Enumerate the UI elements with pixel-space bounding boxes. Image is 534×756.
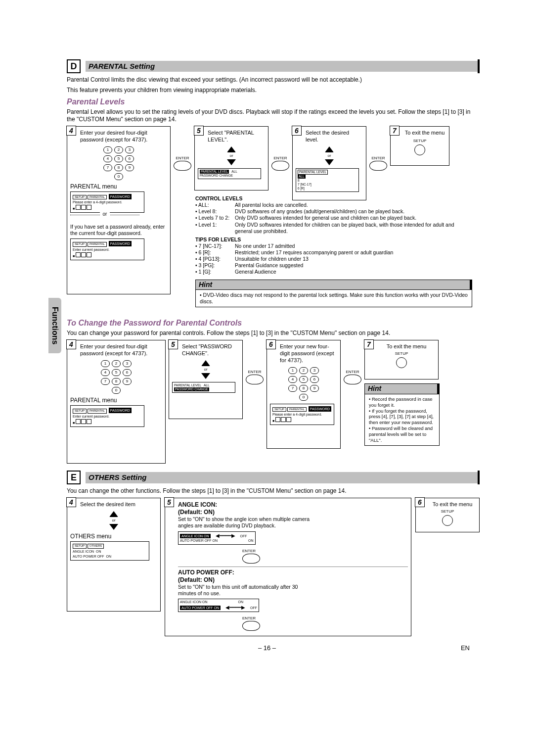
- step-number: 6: [266, 339, 276, 349]
- control-levels-title: CONTROL LEVELS: [195, 195, 242, 201]
- menu-label: OTHERS menu: [70, 533, 157, 540]
- others-step6-text: To exit the menu: [429, 501, 476, 508]
- menu-label: PARENTAL menu: [70, 183, 167, 190]
- step-number: 5: [194, 126, 204, 136]
- step-number: 4: [66, 339, 76, 349]
- step-4-alt: If you have set a password already, ente…: [70, 224, 167, 236]
- up-down-icon: or: [296, 146, 363, 165]
- step-5-text: Select "PARENTAL LEVEL".: [208, 130, 265, 143]
- osd-pw-current: SETUPPARENTAL PASSWORD Enter current pas…: [70, 405, 144, 427]
- step-4-box: 4 Enter your desired four-digit password…: [67, 126, 171, 294]
- or-divider: or: [70, 215, 139, 222]
- enter-button-icon: ENTER: [271, 156, 289, 171]
- hint-body-2: • Record the password in case you forget…: [365, 394, 439, 445]
- osd-pw-change-select: PARENTAL LEVEL ALL PASSWORD CHANGE: [172, 382, 235, 393]
- section-d-header: D PARENTAL Setting: [67, 59, 480, 73]
- subheading-parental-levels: Parental Levels: [67, 97, 480, 107]
- pw-step-7-col: 7 To exit the menu SETUP Hint • Record t…: [364, 340, 444, 446]
- keypad-icon: 123 456 789 0: [270, 367, 337, 401]
- section-title-d: PARENTAL Setting: [86, 61, 478, 72]
- up-down-icon: or: [172, 360, 239, 379]
- step-6-box: 6 Select the desired level. or PARENTAL …: [292, 126, 366, 200]
- angle-icon-default: (Default: ON): [178, 509, 215, 516]
- pw-step-4-box: 4 Enter your desired four-digit password…: [67, 340, 166, 464]
- up-down-icon: or: [70, 511, 157, 530]
- apo-heading: AUTO POWER OFF:: [178, 569, 234, 576]
- enter-button-icon: ENTER: [369, 156, 387, 171]
- pw-step-5-text: Select "PASSWORD CHANGE".: [182, 343, 239, 357]
- intro-text: Parental Control limits the disc viewing…: [67, 76, 480, 84]
- levels-intro: Parental Level allows you to set the rat…: [67, 108, 480, 123]
- enter-button-icon: ENTER: [344, 370, 361, 384]
- osd-pw-enter-new: SETUPPARENTAL PASSWORD Please enter a 4-…: [270, 404, 334, 425]
- others-step4-box: 4 Select the desired item or OTHERS menu…: [67, 498, 161, 612]
- section-letter-d: D: [67, 59, 81, 73]
- enter-button-icon: ENTER: [242, 549, 408, 564]
- up-down-icon: or: [198, 146, 265, 165]
- pw-step-6-box: 6 Enter your new four-digit password (ex…: [267, 340, 341, 449]
- step-5-box: 5 Select "PARENTAL LEVEL". or PARENTAL L…: [194, 126, 268, 190]
- angle-icon-heading: ANGLE ICON:: [178, 501, 217, 508]
- step-number: 5: [168, 339, 178, 349]
- page: Functions D PARENTAL Setting Parental Co…: [0, 0, 534, 756]
- step-7-text: To exit the menu: [403, 130, 446, 137]
- menu-label: PARENTAL menu: [70, 397, 162, 404]
- section-letter-e: E: [67, 471, 81, 484]
- hint-body: • DVD-Video discs may not respond to the…: [196, 290, 472, 307]
- hint-heading: Hint: [196, 280, 472, 290]
- osd-level-select: PARENTAL LEVEL ALL PASSWORD CHANGE: [198, 168, 261, 179]
- enter-button-icon: ENTER: [174, 156, 191, 171]
- step-number: 5: [164, 497, 174, 507]
- apo-table: ANGLE ICON ON ON AUTO POWER OFF ON ◀━━━━…: [178, 599, 259, 612]
- osd-parental-current: SETUPPARENTAL PASSWORD Enter current pas…: [70, 238, 144, 260]
- others-step6-box: 6 To exit the menu SETUP: [415, 498, 480, 532]
- hint-box-2: Hint • Record the password in case you f…: [364, 383, 440, 446]
- pw-intro: You can change your password for parenta…: [67, 330, 480, 337]
- osd-others: SETUPOTHERS ANGLE ICON ON AUTO POWER OFF…: [70, 541, 149, 561]
- enter-button-icon: ENTER: [242, 616, 408, 631]
- step-number: 4: [66, 126, 76, 136]
- page-number: – 16 –: [0, 644, 534, 652]
- angle-icon-desc: Set to "ON" to show the angle icon when …: [178, 516, 316, 529]
- others-step5-box: 5 ANGLE ICON: (Default: ON) Set to "ON" …: [165, 498, 411, 636]
- osd-parental-enter: SETUPPARENTAL PASSWORD Please enter a 4-…: [70, 191, 144, 213]
- step-number: 4: [66, 497, 76, 507]
- pw-step-7-text: To exit the menu: [378, 343, 435, 350]
- intro-text2: This feature prevents your children from…: [67, 87, 480, 94]
- pw-step-6-text: Enter your new four-digit password (exce…: [280, 343, 337, 364]
- setup-button-icon: SETUP: [419, 509, 476, 526]
- step-4-text: Enter your desired four-digit password (…: [80, 130, 167, 143]
- pw-step-7-box: 7 To exit the menu SETUP: [364, 340, 439, 379]
- step-number: 7: [390, 126, 400, 136]
- section-title-e: OTHERS Setting: [86, 472, 478, 483]
- step-number: 6: [415, 497, 425, 507]
- setup-button-icon: SETUP: [368, 351, 435, 368]
- pw-step-5-box: 5 Select "PASSWORD CHANGE". or PARENTAL …: [169, 340, 243, 419]
- others-flow: 4 Select the desired item or OTHERS menu…: [67, 498, 480, 636]
- keypad-icon: 123 456 789 0: [70, 360, 162, 394]
- others-intro: You can change the other functions. Foll…: [67, 487, 480, 495]
- apo-desc: Set to "ON" to turn this unit off automa…: [178, 584, 316, 597]
- step-6-text: Select the desired level.: [306, 130, 363, 143]
- side-tab-functions: Functions: [48, 298, 61, 353]
- enter-button-icon: ENTER: [246, 370, 264, 384]
- hint-box: Hint • DVD-Video discs may not respond t…: [195, 280, 472, 308]
- tips-for-levels-title: TIPS FOR LEVELS: [195, 236, 472, 243]
- apo-default: (Default: ON): [178, 576, 215, 583]
- step-7-box: 7 To exit the menu SETUP: [390, 126, 449, 166]
- section-e-header: E OTHERS Setting: [67, 471, 480, 484]
- others-step4-text: Select the desired item: [80, 501, 157, 508]
- subheading-password-change: To Change the Password for Parental Cont…: [67, 318, 480, 329]
- step-number: 7: [364, 339, 374, 349]
- keypad-icon: 123 456 789 0: [70, 146, 167, 180]
- setup-button-icon: SETUP: [394, 139, 446, 155]
- control-levels-block: CONTROL LEVELS • ALL:All parental locks …: [195, 195, 472, 307]
- hint-heading: Hint: [365, 384, 439, 394]
- lang-label: EN: [461, 644, 470, 652]
- angle-table: ANGLE ICON ON ◀━━━━▶ OFF AUTO POWER OFF …: [178, 531, 256, 545]
- steps-row-pw: 4 Enter your desired four-digit password…: [67, 340, 480, 464]
- osd-level-list: PARENTAL LEVEL ALL 8 7 [NC-17] 6 [R]: [296, 168, 359, 192]
- step-number: 6: [292, 126, 302, 136]
- pw-step-4-text: Enter your desired four-digit password (…: [80, 343, 162, 357]
